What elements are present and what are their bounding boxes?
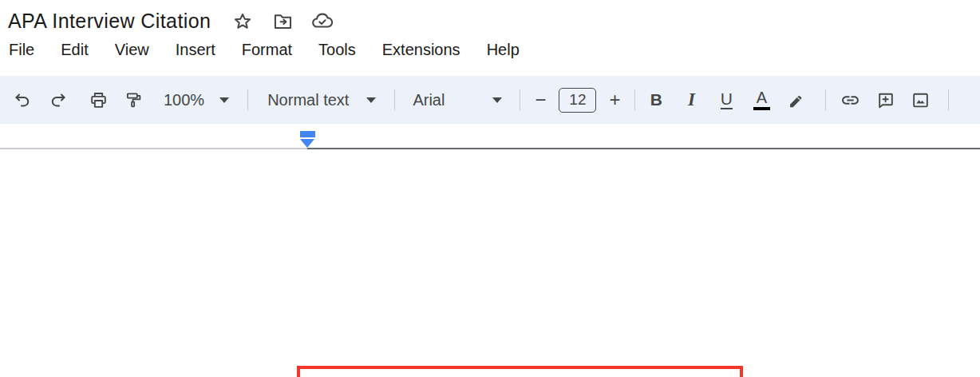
menu-edit[interactable]: Edit [58,39,90,61]
redo-icon[interactable] [42,84,74,116]
paragraph-style-control[interactable]: Normal text [267,91,376,109]
chevron-down-icon [219,97,229,103]
toolbar-divider [825,89,826,110]
italic-button[interactable]: I [674,84,709,116]
ruler-line-text-area [307,148,980,150]
font-family-control[interactable]: Arial [413,91,502,109]
toolbar-divider [247,89,248,110]
toolbar: 100% Normal text Arial − 12 + [0,76,980,124]
toolbar-divider [634,89,635,110]
text-color-button[interactable]: A [744,84,779,116]
zoom-control[interactable]: 100% [164,91,229,109]
decrease-font-size-button[interactable]: − [524,84,556,116]
menubar: File Edit View Insert Format Tools Exten… [6,39,522,61]
menu-extensions[interactable]: Extensions [380,39,463,61]
menu-help[interactable]: Help [484,39,522,61]
titlebar: APA Interview Citation [8,10,334,33]
print-icon[interactable] [82,84,114,116]
chevron-down-icon [366,97,376,103]
zoom-value: 100% [164,91,204,109]
font-value: Arial [413,91,445,109]
insert-image-icon[interactable] [903,84,938,116]
text-color-swatch [753,107,770,110]
google-docs-window: APA Interview Citation [0,0,980,377]
style-value: Normal text [267,91,349,109]
cloud-check-icon[interactable] [311,10,334,33]
left-indent-handle[interactable] [300,139,314,148]
red-annotation-box: J. Smith, personal communication, March … [297,366,743,377]
chevron-down-icon [492,97,502,103]
menu-insert[interactable]: Insert [173,39,218,61]
menu-view[interactable]: View [113,39,152,61]
folder-move-icon[interactable] [271,10,294,33]
toolbar-divider [520,89,520,110]
toolbar-divider [948,89,949,110]
add-comment-icon[interactable] [867,84,903,116]
document-title[interactable]: APA Interview Citation [8,10,211,33]
undo-icon[interactable] [6,84,38,116]
menu-file[interactable]: File [6,39,37,61]
left-indent-marker[interactable] [300,131,315,148]
highlight-color-icon[interactable] [779,84,814,116]
bold-button[interactable]: B [638,84,674,116]
ruler [0,124,980,150]
document-canvas[interactable]: J. Smith, personal communication, March … [0,150,980,377]
menu-tools[interactable]: Tools [316,39,358,61]
title-actions [231,10,334,33]
paint-format-icon[interactable] [117,84,149,116]
toolbar-divider [394,89,395,110]
star-icon[interactable] [231,10,254,33]
increase-font-size-button[interactable]: + [599,84,630,116]
link-icon[interactable] [832,84,867,116]
font-size-input[interactable]: 12 [559,88,596,113]
underline-button[interactable]: U [709,84,744,116]
ruler-line-outside-margin [0,148,307,149]
first-line-indent-handle[interactable] [300,131,315,137]
menu-format[interactable]: Format [239,39,294,61]
